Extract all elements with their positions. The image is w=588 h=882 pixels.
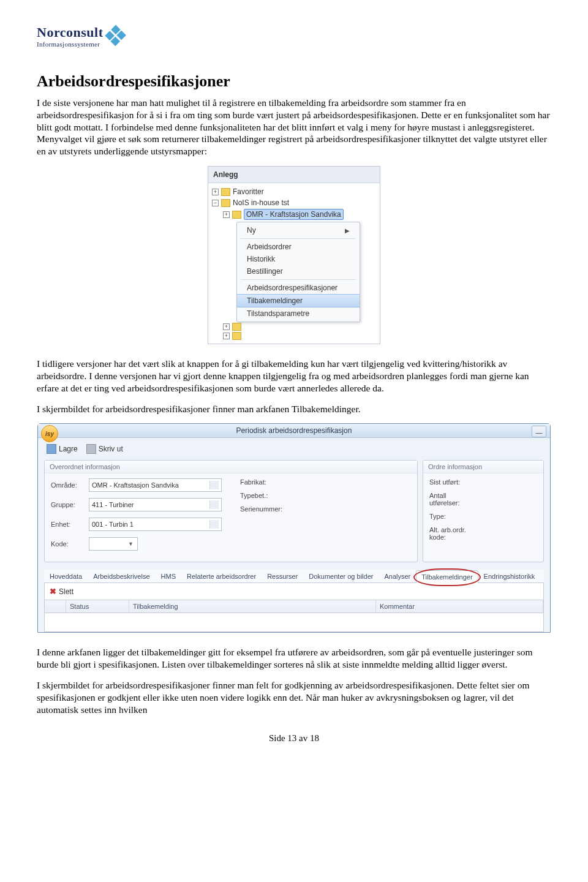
- paragraph-3: I skjermbildet for arbeidsordrespesifika…: [37, 403, 551, 415]
- expand-icon[interactable]: +: [223, 323, 230, 330]
- label-typebet: Typebet.:: [240, 492, 284, 499]
- label-type: Type:: [429, 513, 477, 520]
- label-omrade: Område:: [51, 481, 85, 489]
- field-gruppe[interactable]: 411 - Turbiner: [89, 498, 222, 511]
- label-fabrikat: Fabrikat:: [240, 478, 284, 486]
- tree-label: NoIS in-house tst: [233, 198, 289, 208]
- grid-col-status[interactable]: Status: [66, 600, 129, 612]
- delete-button[interactable]: Slett: [59, 587, 74, 596]
- tab-analyser[interactable]: Analyser: [379, 570, 416, 582]
- tab-dokumenter-og-bilder[interactable]: Dokumenter og bilder: [303, 570, 379, 582]
- tree-panel-title: Anlegg: [208, 167, 380, 183]
- collapse-icon[interactable]: −: [212, 200, 219, 206]
- screenshot-spec-window: isy Periodisk arbeidsordrespesifikasjon …: [37, 423, 551, 633]
- paragraph-5: I skjermbildet for arbeidsordrespesifika…: [37, 679, 551, 715]
- tab-tilbakemeldinger[interactable]: Tilbakemeldinger: [416, 570, 478, 583]
- grid-toolbar: ✖ Slett: [44, 583, 544, 600]
- context-menu: Ny ▶ Arbeidsordrer Historikk Bestillinge…: [236, 222, 360, 322]
- label-serienummer: Serienummer:: [240, 505, 284, 513]
- grid-col-select[interactable]: [45, 600, 66, 612]
- page-heading: Arbeidsordrespesifikasjoner: [37, 72, 551, 91]
- menu-arbeidsordrer[interactable]: Arbeidsordrer: [237, 241, 360, 253]
- label-kode: Kode:: [51, 540, 85, 548]
- menu-tilstandsparametre[interactable]: Tilstandsparametre: [237, 307, 360, 320]
- field-omrade[interactable]: OMR - Kraftstasjon Sandvika: [89, 478, 222, 492]
- logo-text-sub: Informasjonssystemer: [37, 40, 104, 48]
- menu-arbeidsordrespesifikasjoner[interactable]: Arbeidsordrespesifikasjoner: [237, 282, 360, 294]
- label-gruppe: Gruppe:: [51, 501, 85, 508]
- expand-icon[interactable]: +: [223, 333, 230, 339]
- menu-historikk[interactable]: Historikk: [237, 253, 360, 265]
- expand-icon[interactable]: +: [212, 189, 219, 195]
- save-icon: [47, 444, 56, 454]
- tab-hms[interactable]: HMS: [156, 570, 181, 582]
- window-toolbar: Lagre Skriv ut: [38, 438, 550, 456]
- tree-node-nois[interactable]: − NoIS in-house tst: [212, 197, 376, 208]
- tab-relaterte-arbeidsordrer[interactable]: Relaterte arbeidsordrer: [181, 570, 262, 582]
- folder-icon: [221, 188, 230, 196]
- logo-text-main: Norconsult: [37, 24, 104, 40]
- grid-header: Status Tilbakemelding Kommentar: [44, 600, 544, 613]
- label-enhet: Enhet:: [51, 521, 85, 528]
- tree-label-selected: OMR - Kraftstasjon Sandvika: [244, 209, 344, 220]
- paragraph-2: I tidligere versjoner har det vært slik …: [37, 358, 551, 394]
- field-kode[interactable]: ▼: [89, 537, 138, 551]
- tree-node[interactable]: +: [212, 322, 376, 331]
- save-button[interactable]: Lagre: [47, 444, 78, 454]
- print-icon: [86, 444, 96, 454]
- logo-mark-icon: [104, 24, 128, 48]
- tree-label: Favoritter: [233, 187, 264, 197]
- menu-separator: [241, 238, 356, 239]
- lookup-icon[interactable]: [209, 520, 219, 529]
- brand-logo: Norconsult Informasjonssystemer: [37, 24, 551, 48]
- tab-hoveddata[interactable]: Hoveddata: [44, 570, 88, 582]
- label-antall-utforelser: Antall utførelser:: [429, 492, 477, 507]
- label-alt-kode: Alt. arb.ordr. kode:: [429, 526, 477, 541]
- label-sist-utfort: Sist utført:: [429, 478, 477, 486]
- minimize-button[interactable]: —: [532, 426, 546, 437]
- tree-node-favoritter[interactable]: + Favoritter: [212, 186, 376, 197]
- chevron-down-icon[interactable]: ▼: [128, 541, 135, 547]
- folder-icon: [221, 199, 230, 207]
- menu-tilbakemeldinger[interactable]: Tilbakemeldinger: [237, 294, 360, 307]
- tree-node-selected[interactable]: + OMR - Kraftstasjon Sandvika: [212, 208, 376, 221]
- lookup-icon[interactable]: [209, 500, 219, 509]
- paragraph-intro: I de siste versjonene har man hatt mulig…: [37, 97, 551, 157]
- tree-node[interactable]: +: [212, 331, 376, 341]
- lookup-icon[interactable]: [209, 481, 219, 489]
- menu-separator: [241, 279, 356, 280]
- panel-title: Overordnet informasjon: [45, 461, 417, 473]
- expand-icon[interactable]: +: [223, 211, 230, 218]
- page-footer: Side 13 av 18: [37, 733, 551, 744]
- field-enhet[interactable]: 001 - Turbin 1: [89, 518, 222, 531]
- paragraph-4: I denne arkfanen ligger det tilbakemeldi…: [37, 646, 551, 671]
- folder-icon: [232, 332, 241, 340]
- print-button[interactable]: Skriv ut: [86, 444, 123, 454]
- panel-ordre-informasjon: Ordre informasjon Sist utført: Antall ut…: [423, 460, 544, 562]
- menu-bestillinger[interactable]: Bestillinger: [237, 265, 360, 277]
- window-title: Periodisk arbeidsordrespesifikasjon: [236, 426, 352, 435]
- panel-title: Ordre informasjon: [423, 461, 543, 473]
- tab-arbeidsbeskrivelse[interactable]: Arbeidsbeskrivelse: [88, 570, 155, 582]
- grid-col-kommentar[interactable]: Kommentar: [376, 600, 543, 612]
- panel-overordnet-informasjon: Overordnet informasjon Område: OMR - Kra…: [44, 460, 418, 562]
- tab-endringshistorikk[interactable]: Endringshistorikk: [478, 570, 541, 582]
- folder-icon: [232, 211, 241, 219]
- tab-strip: Hoveddata Arbeidsbeskrivelse HMS Relater…: [44, 570, 544, 583]
- delete-icon: ✖: [50, 587, 56, 596]
- grid-col-tilbakemelding[interactable]: Tilbakemelding: [129, 600, 376, 612]
- grid-body-empty: [44, 613, 544, 632]
- tab-ressurser[interactable]: Ressurser: [262, 570, 303, 582]
- chevron-right-icon: ▶: [345, 227, 350, 234]
- folder-icon: [232, 323, 241, 331]
- menu-ny[interactable]: Ny ▶: [237, 224, 360, 236]
- screenshot-tree-context-menu: Anlegg + Favoritter − NoIS in-house tst …: [208, 166, 380, 344]
